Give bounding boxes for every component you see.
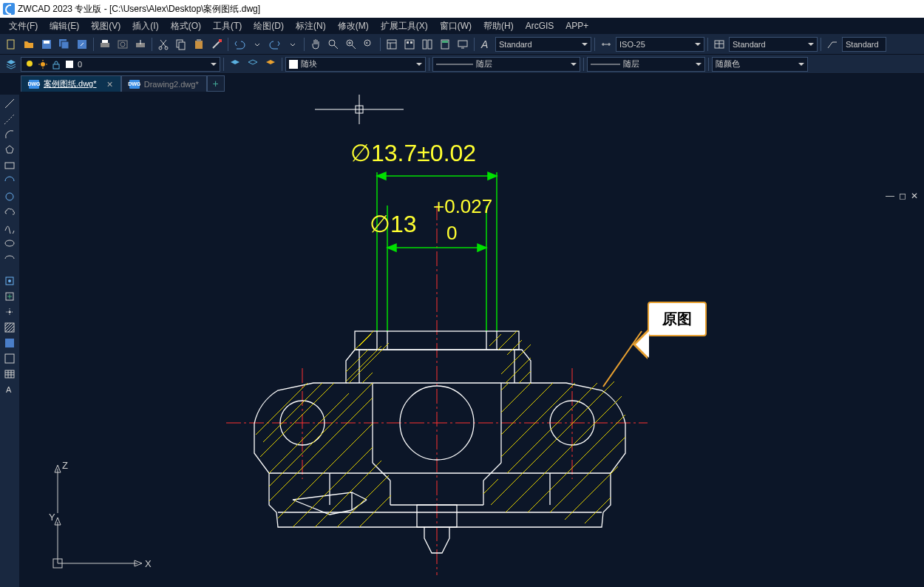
tool-palettes-icon[interactable] xyxy=(419,36,435,52)
menu-tools[interactable]: 工具(T) xyxy=(207,18,248,34)
text-style-icon[interactable]: A xyxy=(478,36,494,52)
svg-line-97 xyxy=(498,330,517,350)
mleader-style-icon[interactable] xyxy=(824,36,840,52)
revcloud-tool-icon[interactable] xyxy=(1,205,18,220)
dim-style-dropdown[interactable]: ISO-25 xyxy=(616,37,704,52)
menu-app[interactable]: APP+ xyxy=(560,19,594,33)
gradient-tool-icon[interactable] xyxy=(1,336,18,350)
polygon-tool-icon[interactable] xyxy=(1,143,18,157)
menu-help[interactable]: 帮助(H) xyxy=(478,18,520,34)
arc-tool-icon[interactable] xyxy=(1,127,18,142)
separator xyxy=(152,38,152,51)
layer-prev-icon[interactable] xyxy=(227,56,243,72)
menu-arcgis[interactable]: ArcGIS xyxy=(520,19,560,33)
close-tab-icon[interactable]: × xyxy=(107,78,113,90)
undo-icon[interactable] xyxy=(231,36,248,52)
svg-point-32 xyxy=(27,61,33,67)
plotstyle-dropdown[interactable]: 随颜色 xyxy=(712,57,808,72)
mleader-style-dropdown[interactable]: Standard xyxy=(842,37,886,52)
zoom-realtime-icon[interactable] xyxy=(325,36,342,52)
layer-dropdown[interactable]: 0 xyxy=(21,57,220,72)
saveall-icon[interactable] xyxy=(56,36,72,52)
maximize-icon[interactable]: ◻ xyxy=(899,191,906,201)
separator xyxy=(380,38,381,51)
menu-format[interactable]: 格式(O) xyxy=(165,18,207,34)
arc3p-tool-icon[interactable] xyxy=(1,174,18,189)
redo-dropdown-icon[interactable] xyxy=(285,36,301,52)
properties-icon[interactable] xyxy=(384,36,400,52)
menu-window[interactable]: 窗口(W) xyxy=(434,18,478,34)
lineweight-dropdown[interactable]: 随层 xyxy=(587,57,705,72)
hatch-tool-icon[interactable] xyxy=(1,320,18,335)
new-file-icon[interactable] xyxy=(3,36,19,52)
open-file-icon[interactable] xyxy=(21,36,37,52)
layer-manager-icon[interactable] xyxy=(3,56,19,72)
insert-block-icon[interactable] xyxy=(1,289,18,304)
svg-text:A: A xyxy=(480,38,488,50)
publish-icon[interactable] xyxy=(132,36,149,52)
table-tool-icon[interactable] xyxy=(1,367,18,381)
svg-rect-21 xyxy=(387,40,396,49)
svg-line-111 xyxy=(337,475,389,527)
text-tool-icon[interactable]: A xyxy=(1,382,18,397)
drawing-canvas[interactable]: — ◻ ✕ xyxy=(19,95,924,587)
lineweight-preview-icon xyxy=(591,62,620,67)
zoom-prev-icon[interactable] xyxy=(361,36,377,52)
new-tab-button[interactable]: + xyxy=(207,75,225,92)
cleanscreen-icon[interactable] xyxy=(455,36,471,52)
menu-draw[interactable]: 绘图(D) xyxy=(248,18,290,34)
paste-icon[interactable] xyxy=(191,36,207,52)
circle-tool-icon[interactable] xyxy=(1,189,18,204)
matchprop-icon[interactable] xyxy=(208,36,225,52)
document-tab-active[interactable]: DWG 案例图纸.dwg* × xyxy=(21,75,121,92)
redo-icon[interactable] xyxy=(267,36,283,52)
menu-insert[interactable]: 插入(I) xyxy=(126,18,164,34)
ellipse-tool-icon[interactable] xyxy=(1,236,18,251)
region-tool-icon[interactable] xyxy=(1,351,18,366)
text-style-dropdown[interactable]: Standard xyxy=(495,37,591,52)
menu-extend[interactable]: 扩展工具(X) xyxy=(375,18,434,34)
undo-dropdown-icon[interactable] xyxy=(249,36,265,52)
layer-iso-icon[interactable] xyxy=(262,56,279,72)
spline-tool-icon[interactable] xyxy=(1,220,18,235)
menu-file[interactable]: 文件(F) xyxy=(3,18,44,34)
zoom-window-icon[interactable] xyxy=(343,36,359,52)
svg-rect-47 xyxy=(5,339,14,347)
line-tool-icon[interactable] xyxy=(1,96,18,111)
pan-icon[interactable] xyxy=(308,36,324,52)
svg-rect-0 xyxy=(7,40,14,49)
svg-rect-23 xyxy=(407,41,409,44)
svg-rect-24 xyxy=(410,41,412,44)
dim-style-icon[interactable] xyxy=(598,36,614,52)
layer-states-icon[interactable] xyxy=(245,56,261,72)
table-style-dropdown[interactable]: Standard xyxy=(729,37,818,52)
document-tab[interactable]: DWG Drawing2.dwg* xyxy=(121,75,207,92)
xline-tool-icon[interactable] xyxy=(1,112,18,126)
menu-view[interactable]: 视图(V) xyxy=(85,18,126,34)
color-dropdown[interactable]: 随块 xyxy=(285,57,426,72)
point-tool-icon[interactable] xyxy=(1,305,18,319)
menu-modify[interactable]: 修改(M) xyxy=(332,18,375,34)
menu-edit[interactable]: 编辑(E) xyxy=(44,18,85,34)
save-icon[interactable] xyxy=(38,36,55,52)
ellipse-arc-tool-icon[interactable] xyxy=(1,251,18,266)
saveas-icon[interactable] xyxy=(74,36,90,52)
print-icon[interactable] xyxy=(97,36,113,52)
design-center-icon[interactable] xyxy=(401,36,418,52)
color-swatch-icon xyxy=(289,60,298,69)
menu-dimension[interactable]: 标注(N) xyxy=(290,18,332,34)
copy-icon[interactable] xyxy=(173,36,189,52)
table-style-icon[interactable] xyxy=(711,36,727,52)
close-icon[interactable]: ✕ xyxy=(911,191,918,201)
minimize-icon[interactable]: — xyxy=(886,191,894,201)
cut-icon[interactable] xyxy=(155,36,171,52)
draw-toolbar: A xyxy=(0,95,19,587)
plot-preview-icon[interactable] xyxy=(115,36,131,52)
separator xyxy=(93,38,94,51)
svg-rect-7 xyxy=(102,40,108,43)
calculator-icon[interactable] xyxy=(437,36,453,52)
rectangle-tool-icon[interactable] xyxy=(1,158,18,173)
linetype-dropdown[interactable]: 随层 xyxy=(432,57,580,72)
svg-line-99 xyxy=(501,345,531,374)
block-tool-icon[interactable] xyxy=(1,274,18,288)
